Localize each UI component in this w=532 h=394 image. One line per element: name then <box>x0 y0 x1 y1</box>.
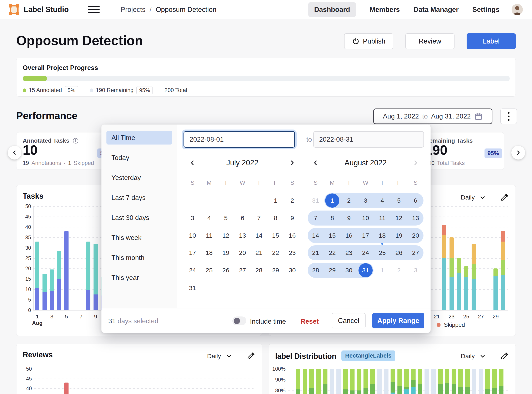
calendar-day-9[interactable]: 9 <box>341 210 357 226</box>
calendar-day-3[interactable]: 3 <box>357 192 374 209</box>
calendar-day-26[interactable]: 26 <box>391 244 407 261</box>
calendar-day-12[interactable]: 12 <box>391 210 407 226</box>
calendar-day-27[interactable]: 27 <box>234 262 251 279</box>
calendar-day-15[interactable]: 15 <box>267 227 284 244</box>
calendar-day-8[interactable]: 8 <box>324 210 341 226</box>
calendar-day-23[interactable]: 23 <box>284 244 301 261</box>
calendar-day-3[interactable]: 3 <box>407 262 424 279</box>
hamburger-menu-icon[interactable] <box>88 5 99 14</box>
calendar-day-18[interactable]: 18 <box>374 227 391 244</box>
calendar-day-5[interactable]: 5 <box>391 192 407 209</box>
preset-this-year[interactable]: This year <box>106 271 172 285</box>
calendar-day-21[interactable]: 21 <box>250 244 267 261</box>
calendar-day-1[interactable]: 1 <box>325 193 339 208</box>
calendar-day-4[interactable]: 4 <box>201 210 218 226</box>
calendar-day-16[interactable]: 16 <box>341 227 357 244</box>
calendar-day-25[interactable]: 25 <box>201 262 218 279</box>
preset-today[interactable]: Today <box>106 151 172 165</box>
apply-range-button[interactable]: Apply Range <box>372 313 424 328</box>
calendar-day-7[interactable]: 7 <box>307 210 324 226</box>
brand[interactable]: Label Studio <box>9 4 69 15</box>
calendar-day-5[interactable]: 5 <box>218 210 234 226</box>
calendar-day-28[interactable]: 28 <box>307 262 324 279</box>
nav-item-settings[interactable]: Settings <box>472 6 500 14</box>
calendar-day-11[interactable]: 11 <box>201 227 218 244</box>
preset-this-month[interactable]: This month <box>106 251 172 264</box>
calendar-day-25[interactable]: 25 <box>374 244 391 261</box>
preset-last-30-days[interactable]: Last 30 days <box>106 211 172 224</box>
calendar-day-15[interactable]: 15 <box>324 227 341 244</box>
carousel-next-button[interactable] <box>511 146 525 160</box>
calendar-day-13[interactable]: 13 <box>407 210 424 226</box>
calendar-day-24[interactable]: 24 <box>357 244 374 261</box>
calendar-day-18[interactable]: 18 <box>201 244 218 261</box>
user-avatar[interactable] <box>511 4 523 15</box>
reset-button[interactable]: Reset <box>301 318 319 325</box>
calendar-day-6[interactable]: 6 <box>407 192 424 209</box>
calendar-day-24[interactable]: 24 <box>184 262 201 279</box>
calendar-day-14[interactable]: 14 <box>250 227 267 244</box>
calendar-day-17[interactable]: 17 <box>357 227 374 244</box>
carousel-prev-button[interactable] <box>8 146 21 160</box>
calendar-day-27[interactable]: 27 <box>407 244 424 261</box>
calendar-day-2[interactable]: 2 <box>284 192 301 209</box>
performance-menu-button[interactable] <box>500 109 517 124</box>
include-time-toggle[interactable] <box>232 316 246 325</box>
calendar-day-8[interactable]: 8 <box>267 210 284 226</box>
preset-yesterday[interactable]: Yesterday <box>106 171 172 185</box>
calendar-day-4[interactable]: 4 <box>374 192 391 209</box>
calendar-day-30[interactable]: 30 <box>341 262 357 279</box>
calendar-day-1[interactable]: 1 <box>374 262 391 279</box>
calendar-day-31[interactable]: 31 <box>184 280 201 296</box>
calendar-day-1[interactable]: 1 <box>267 192 284 209</box>
calendar-day-29[interactable]: 29 <box>267 262 284 279</box>
left-month-next-button[interactable] <box>288 158 297 167</box>
preset-this-week[interactable]: This week <box>106 231 172 244</box>
calendar-day-20[interactable]: 20 <box>234 244 251 261</box>
calendar-day-31[interactable]: 31 <box>307 192 324 209</box>
nav-item-data-manager[interactable]: Data Manager <box>413 6 459 14</box>
label-button[interactable]: Label <box>467 33 516 49</box>
calendar-day-22[interactable]: 22 <box>267 244 284 261</box>
calendar-day-6[interactable]: 6 <box>234 210 251 226</box>
end-date-input[interactable]: 2022-08-31 <box>313 131 424 148</box>
preset-all-time[interactable]: All Time <box>106 131 172 145</box>
start-date-input[interactable]: 2022-08-01 <box>183 131 295 148</box>
cancel-button[interactable]: Cancel <box>332 313 365 328</box>
calendar-day-23[interactable]: 23 <box>341 244 357 261</box>
left-month-prev-button[interactable] <box>188 158 197 167</box>
calendar-day-21[interactable]: 21 <box>307 244 324 261</box>
calendar-day-29[interactable]: 29 <box>324 262 341 279</box>
calendar-day-12[interactable]: 12 <box>218 227 234 244</box>
publish-button[interactable]: Publish <box>344 33 393 49</box>
info-icon[interactable] <box>72 137 79 144</box>
calendar-day-10[interactable]: 10 <box>184 227 201 244</box>
calendar-day-10[interactable]: 10 <box>357 210 374 226</box>
calendar-day-28[interactable]: 28 <box>250 262 267 279</box>
calendar-day-11[interactable]: 11 <box>374 210 391 226</box>
calendar-day-14[interactable]: 14 <box>307 227 324 244</box>
calendar-day-3[interactable]: 3 <box>184 210 201 226</box>
breadcrumb-projects[interactable]: Projects <box>121 6 145 14</box>
review-button[interactable]: Review <box>405 33 454 49</box>
calendar-day-2[interactable]: 2 <box>391 262 407 279</box>
calendar-day-20[interactable]: 20 <box>407 227 424 244</box>
calendar-day-31[interactable]: 31 <box>359 263 373 277</box>
calendar-day-13[interactable]: 13 <box>234 227 251 244</box>
nav-item-dashboard[interactable]: Dashboard <box>308 2 356 17</box>
calendar-day-19[interactable]: 19 <box>218 244 234 261</box>
preset-last-7-days[interactable]: Last 7 days <box>106 191 172 204</box>
calendar-day-17[interactable]: 17 <box>184 244 201 261</box>
calendar-day-2[interactable]: 2 <box>341 192 357 209</box>
calendar-day-26[interactable]: 26 <box>218 262 234 279</box>
calendar-day-30[interactable]: 30 <box>284 262 301 279</box>
right-month-next-button[interactable] <box>411 158 420 167</box>
date-range-control[interactable]: Aug 1, 2022 to Aug 31, 2022 <box>373 109 492 124</box>
right-month-prev-button[interactable] <box>311 158 320 167</box>
calendar-day-16[interactable]: 16 <box>284 227 301 244</box>
calendar-day-9[interactable]: 9 <box>284 210 301 226</box>
calendar-day-22[interactable]: 22 <box>324 244 341 261</box>
nav-item-members[interactable]: Members <box>370 6 400 14</box>
calendar-day-7[interactable]: 7 <box>250 210 267 226</box>
calendar-day-19[interactable]: 19 <box>391 227 407 244</box>
